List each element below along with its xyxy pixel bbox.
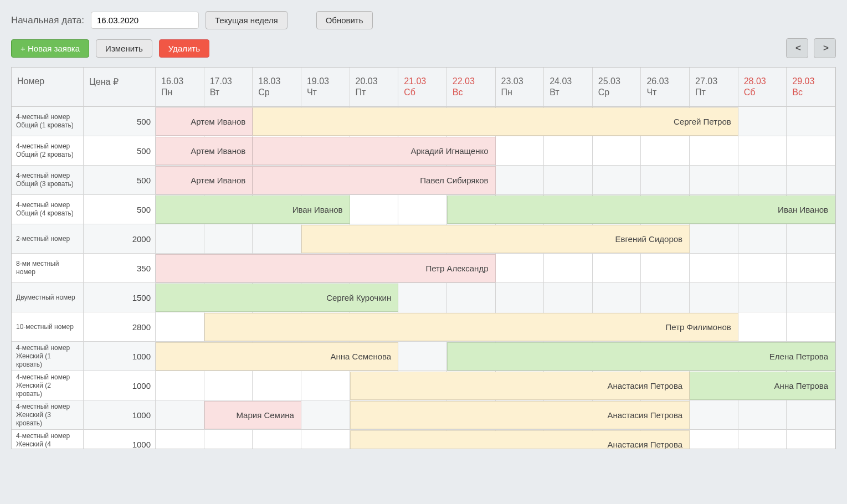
- day-cell[interactable]: [593, 166, 641, 195]
- booking[interactable]: Анастасия Петрова: [350, 401, 690, 429]
- day-cell[interactable]: [641, 136, 690, 166]
- day-cell[interactable]: [544, 166, 593, 195]
- day-cell[interactable]: [690, 430, 738, 449]
- day-cell[interactable]: [447, 283, 496, 312]
- day-cell[interactable]: [301, 400, 350, 430]
- booking[interactable]: Петр Александр: [156, 254, 496, 282]
- table-row[interactable]: 4-местный номер Общий (4 кровать)500Иван…: [12, 195, 835, 224]
- edit-button[interactable]: Изменить: [96, 39, 152, 58]
- day-cell[interactable]: [787, 430, 835, 449]
- booking[interactable]: Павел Сибиряков: [253, 166, 495, 194]
- day-cell[interactable]: [738, 136, 787, 166]
- booking[interactable]: Сергей Петров: [253, 107, 738, 136]
- table-row[interactable]: 4-местный номер Женский (1 кровать)1000А…: [12, 342, 835, 371]
- current-week-button[interactable]: Текущая неделя: [206, 11, 288, 29]
- day-cell[interactable]: [496, 283, 545, 312]
- day-cell[interactable]: [253, 224, 301, 254]
- day-cell[interactable]: [738, 430, 787, 449]
- day-cell[interactable]: [787, 224, 835, 254]
- day-cell[interactable]: [787, 166, 835, 195]
- day-cell[interactable]: [641, 283, 690, 312]
- table-row[interactable]: 2-местный номер2000Евгений Сидоров: [12, 224, 835, 254]
- day-cell[interactable]: [738, 166, 787, 195]
- day-cell[interactable]: [544, 254, 593, 283]
- booking[interactable]: Анна Семенова: [156, 342, 398, 371]
- booking[interactable]: Сергей Курочкин: [156, 284, 398, 312]
- booking[interactable]: Мария Семина: [204, 401, 301, 429]
- day-cell[interactable]: [350, 195, 399, 224]
- day-cell[interactable]: [690, 283, 738, 312]
- day-cell[interactable]: [787, 400, 835, 430]
- day-cell[interactable]: [496, 254, 545, 283]
- day-cell[interactable]: [156, 224, 204, 254]
- table-row[interactable]: 4-местный номер Женский (3 кровать)1000М…: [12, 400, 835, 430]
- table-row[interactable]: 4-местный номер Общий (2 кровать)500Арте…: [12, 136, 835, 166]
- table-row[interactable]: 10-местный номер2800Петр Филимонов: [12, 312, 835, 342]
- day-cell[interactable]: [641, 254, 690, 283]
- booking[interactable]: Артем Иванов: [156, 137, 253, 165]
- day-cell[interactable]: [738, 224, 787, 254]
- table-row[interactable]: 4-местный номер Общий (3 кровать)500Арте…: [12, 166, 835, 195]
- day-cell[interactable]: [398, 195, 447, 224]
- booking[interactable]: Иван Иванов: [156, 196, 350, 224]
- day-cell[interactable]: [398, 342, 447, 371]
- day-cell[interactable]: [544, 283, 593, 312]
- day-cell[interactable]: [156, 312, 204, 342]
- day-cell[interactable]: [738, 283, 787, 312]
- booking[interactable]: Артем Иванов: [156, 107, 253, 136]
- next-period-button[interactable]: >: [814, 38, 836, 58]
- prev-period-button[interactable]: <: [786, 38, 808, 58]
- day-cell[interactable]: [156, 371, 204, 400]
- day-cell[interactable]: [738, 254, 787, 283]
- day-cell[interactable]: [301, 371, 350, 400]
- day-cell[interactable]: [787, 136, 835, 166]
- day-cell[interactable]: [787, 254, 835, 283]
- booking[interactable]: Иван Иванов: [447, 196, 835, 224]
- day-cell[interactable]: [593, 283, 641, 312]
- booking[interactable]: Петр Филимонов: [204, 313, 738, 341]
- day-cell[interactable]: [690, 136, 738, 166]
- start-date-input[interactable]: [91, 12, 199, 29]
- day-cell[interactable]: [253, 371, 301, 400]
- day-cell[interactable]: [738, 312, 787, 342]
- day-cell[interactable]: [301, 430, 350, 449]
- refresh-button[interactable]: Обновить: [316, 11, 373, 29]
- booking[interactable]: Елена Петрова: [447, 342, 835, 371]
- day-cell[interactable]: [204, 371, 253, 400]
- day-cell[interactable]: [738, 400, 787, 430]
- day-cell[interactable]: [690, 254, 738, 283]
- day-cell[interactable]: [641, 166, 690, 195]
- booking[interactable]: Анна Петрова: [690, 372, 835, 400]
- day-cell[interactable]: [544, 136, 593, 166]
- booking[interactable]: Анастасия Петрова: [350, 430, 690, 449]
- calendar-grid[interactable]: НомерЦена ₽16.03Пн17.03Вт18.03Ср19.03Чт2…: [11, 67, 836, 449]
- delete-button[interactable]: Удалить: [159, 39, 209, 58]
- day-cell[interactable]: [787, 312, 835, 342]
- day-cell[interactable]: [496, 166, 545, 195]
- day-cell[interactable]: [593, 254, 641, 283]
- day-cell[interactable]: [787, 107, 835, 136]
- day-cell[interactable]: [156, 400, 204, 430]
- day-cell[interactable]: [593, 136, 641, 166]
- day-cell[interactable]: [690, 166, 738, 195]
- table-row[interactable]: 4-местный номер Женский (2 кровать)1000А…: [12, 371, 835, 400]
- table-row[interactable]: 4-местный номер Женский (4 кровать)1000А…: [12, 430, 835, 449]
- day-cell[interactable]: [787, 283, 835, 312]
- day-cell[interactable]: [204, 430, 253, 449]
- table-row[interactable]: 8-ми местный номер350Петр Александр: [12, 254, 835, 283]
- booking[interactable]: Артем Иванов: [156, 166, 253, 194]
- day-cell[interactable]: [690, 224, 738, 254]
- day-cell[interactable]: [156, 430, 204, 449]
- booking[interactable]: Евгений Сидоров: [301, 225, 690, 253]
- day-cell[interactable]: [398, 283, 447, 312]
- day-cell[interactable]: [690, 400, 738, 430]
- day-cell[interactable]: [496, 136, 545, 166]
- new-request-button[interactable]: + Новая заявка: [11, 39, 89, 58]
- day-cell[interactable]: [253, 430, 301, 449]
- booking[interactable]: Аркадий Игнащенко: [253, 137, 495, 165]
- day-cell[interactable]: [204, 224, 253, 254]
- day-cell[interactable]: [738, 107, 787, 136]
- booking[interactable]: Анастасия Петрова: [350, 372, 690, 400]
- table-row[interactable]: Двуместный номер1500Сергей Курочкин: [12, 283, 835, 312]
- table-row[interactable]: 4-местный номер Общий (1 кровать)500Арте…: [12, 107, 835, 136]
